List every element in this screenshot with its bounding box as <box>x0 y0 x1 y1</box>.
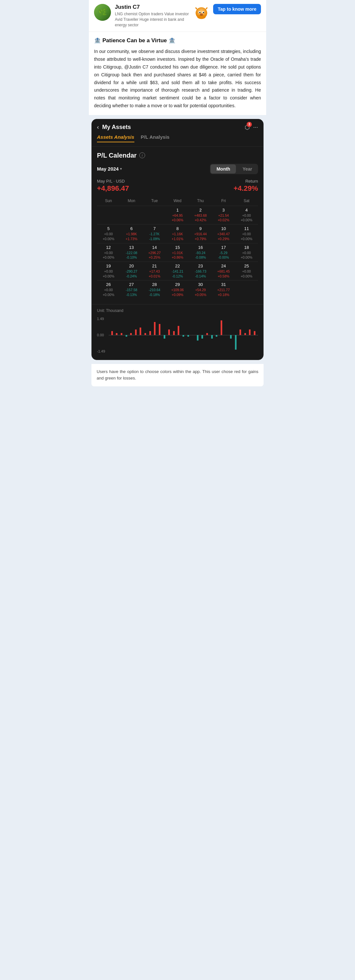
bar-negative-15 <box>182 335 184 337</box>
day-header-mon: Mon <box>120 197 143 204</box>
cal-cell-4-6 <box>235 280 258 299</box>
bar-col-15 <box>181 315 185 355</box>
calendar-row-1: 5 +0.00 +0.00% 6 +1.98K +1.73% 7 -1.27K … <box>97 224 258 243</box>
tab-pl-analysis[interactable]: P/L Analysis <box>141 134 170 142</box>
cal-cell-1-5[interactable]: 10 +340.47 +0.29% <box>212 224 235 243</box>
day-val1: +0.00 <box>98 269 119 274</box>
article-title: 🏦 Patience Can be a Virtue 🏦 <box>94 37 261 44</box>
month-selector[interactable]: May 2024 ▾ <box>97 166 122 172</box>
day-number: 21 <box>144 264 165 268</box>
cal-cell-1-0[interactable]: 5 +0.00 +0.00% <box>97 224 120 243</box>
cal-cell-3-0[interactable]: 19 +0.00 +0.00% <box>97 262 120 280</box>
cal-cell-0-2 <box>143 206 166 224</box>
cal-cell-2-4[interactable]: 16 -93.24 -0.08% <box>189 243 212 262</box>
day-val1: +21.54 <box>213 213 234 218</box>
cal-cell-1-3[interactable]: 8 +1.16K +1.01% <box>166 224 189 243</box>
cal-cell-2-2[interactable]: 14 +296.27 +0.25% <box>143 243 166 262</box>
mascot-icon <box>193 4 209 19</box>
day-val2: -0.12% <box>167 274 188 279</box>
return-label: Return <box>233 179 258 184</box>
cal-cell-4-5[interactable]: 31 +211.77 +0.18% <box>212 280 235 299</box>
bar-positive-30 <box>254 331 256 335</box>
day-val1: +54.29 <box>190 288 211 293</box>
profile-info: Justin C7 LNG chemist Option traders Val… <box>115 4 190 28</box>
bar-col-19 <box>200 315 205 355</box>
cal-cell-1-4[interactable]: 9 +916.44 +0.79% <box>189 224 212 243</box>
pl-value: +4,896.47 <box>97 184 129 192</box>
cal-cell-4-2[interactable]: 28 -210.64 -0.18% <box>143 280 166 299</box>
cal-cell-3-2[interactable]: 21 +17.43 +0.01% <box>143 262 166 280</box>
day-val2: -1.09% <box>144 237 165 242</box>
day-number: 20 <box>121 264 142 268</box>
day-val2: +0.00% <box>98 255 119 260</box>
back-button[interactable]: ‹ <box>97 124 99 130</box>
cal-cell-1-6[interactable]: 11 +0.00 +0.00% <box>235 224 258 243</box>
cal-cell-2-3[interactable]: 15 +1.01K +0.86% <box>166 243 189 262</box>
day-val1: -166.73 <box>190 269 211 274</box>
badge-container: ⬡ 3 <box>245 124 250 131</box>
day-val1: +0.00 <box>236 232 257 237</box>
cal-cell-3-5[interactable]: 24 +681.45 +0.58% <box>212 262 235 280</box>
tab-assets-analysis[interactable]: Assets Analysis <box>97 134 134 142</box>
chart-bars <box>109 315 258 355</box>
cal-cell-4-1[interactable]: 27 -157.58 -0.13% <box>120 280 143 299</box>
more-options-icon[interactable]: ··· <box>253 124 258 130</box>
bar-positive-1 <box>116 333 117 335</box>
cal-cell-3-4[interactable]: 23 -166.73 -0.14% <box>189 262 212 280</box>
day-val1: +109.06 <box>167 288 188 293</box>
cal-cell-0-6[interactable]: 4 +0.00 +0.00% <box>235 206 258 224</box>
cal-cell-0-5[interactable]: 3 +21.54 +0.02% <box>212 206 235 224</box>
header-left: ‹ My Assets <box>97 124 131 130</box>
day-number: 5 <box>98 226 119 231</box>
chart-unit-label: Unit: Thousand <box>97 309 258 313</box>
cal-cell-2-1[interactable]: 13 -122.08 -0.10% <box>120 243 143 262</box>
bar-col-26 <box>233 315 238 355</box>
profile-header: 🌿 Justin C7 LNG chemist Option traders V… <box>89 0 266 32</box>
day-val2: -0.08% <box>190 255 211 260</box>
cal-cell-2-5[interactable]: 17 -5.29 -0.00% <box>212 243 235 262</box>
day-val2: +0.18% <box>213 293 234 298</box>
bar-positive-14 <box>178 326 179 335</box>
day-val1: -141.21 <box>167 269 188 274</box>
cal-cell-4-3[interactable]: 29 +109.06 +0.09% <box>166 280 189 299</box>
bar-negative-25 <box>230 335 232 339</box>
day-val1: +681.45 <box>213 269 234 274</box>
bar-positive-28 <box>245 333 246 335</box>
bar-positive-0 <box>111 331 113 335</box>
pl-left: May P/L · USD +4,896.47 <box>97 179 129 192</box>
cal-cell-0-4[interactable]: 2 +483.68 +0.42% <box>189 206 212 224</box>
cal-cell-4-0[interactable]: 26 +0.00 +0.00% <box>97 280 120 299</box>
day-number: 4 <box>236 208 257 213</box>
day-number: 22 <box>167 264 188 268</box>
day-number: 26 <box>98 282 119 287</box>
day-val1: +17.43 <box>144 269 165 274</box>
day-number: 10 <box>213 226 234 231</box>
info-icon[interactable]: i <box>139 153 145 158</box>
bar-col-10 <box>157 315 162 355</box>
cal-cell-3-1[interactable]: 20 -290.27 -0.24% <box>120 262 143 280</box>
day-val2: +0.02% <box>213 218 234 223</box>
cal-cell-2-6[interactable]: 18 +0.00 +0.00% <box>235 243 258 262</box>
day-val1: +64.95 <box>167 213 188 218</box>
cal-cell-0-3[interactable]: 1 +64.95 +0.06% <box>166 206 189 224</box>
profile-name: Justin C7 <box>115 4 190 10</box>
day-val2: +1.73% <box>121 237 142 242</box>
cal-cell-2-0[interactable]: 12 +0.00 +0.00% <box>97 243 120 262</box>
cal-cell-4-4[interactable]: 30 +54.29 +0.05% <box>189 280 212 299</box>
day-val1: -93.24 <box>190 251 211 255</box>
bar-col-8 <box>148 315 152 355</box>
cal-cell-1-1[interactable]: 6 +1.98K +1.73% <box>120 224 143 243</box>
bar-positive-5 <box>135 329 137 335</box>
day-val2: +0.00% <box>98 293 119 298</box>
day-val2: +0.00% <box>236 218 257 223</box>
month-view-button[interactable]: Month <box>211 164 236 173</box>
day-number: 14 <box>144 245 165 250</box>
cal-cell-3-6[interactable]: 25 +0.00 +0.00% <box>235 262 258 280</box>
chart-label-top: 1.49 <box>97 317 105 321</box>
year-view-button[interactable]: Year <box>237 164 258 174</box>
bar-positive-7 <box>144 333 146 335</box>
cal-cell-1-2[interactable]: 7 -1.27K -1.09% <box>143 224 166 243</box>
day-number: 19 <box>98 264 119 268</box>
cal-cell-3-3[interactable]: 22 -141.21 -0.12% <box>166 262 189 280</box>
tap-to-know-more-button[interactable]: Tap to know more <box>213 4 261 14</box>
